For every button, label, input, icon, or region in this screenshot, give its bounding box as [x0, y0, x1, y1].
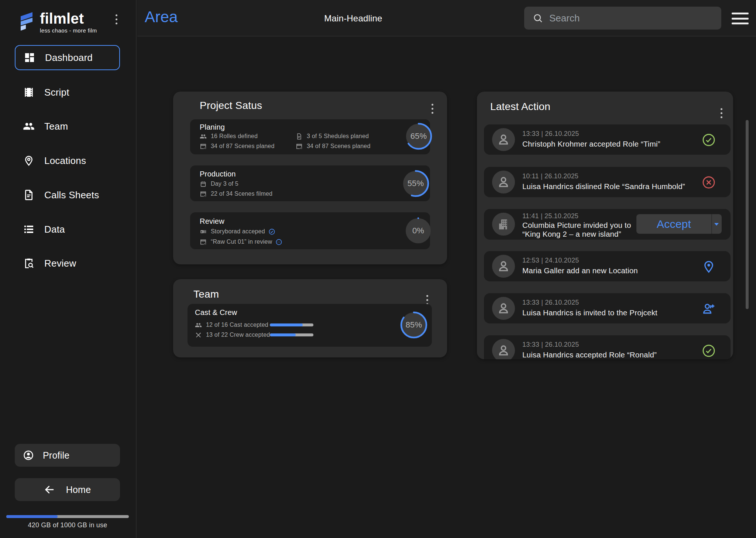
crew-stat: 13 of 22 Crew accepted	[195, 331, 270, 339]
action-text: Luisa Handrics dislined Role “Sandra Hum…	[522, 182, 685, 191]
sidebar-item-label: Calls Sheets	[44, 189, 99, 201]
profile-button[interactable]: Profile	[15, 444, 120, 467]
review-section: Review Storyborad acceped “Raw Cut 01” i…	[190, 212, 430, 249]
team-card: Team Cast & Crew 12 of 16 Cast accepted …	[173, 279, 447, 357]
sidebar-menu-kebab-icon[interactable]	[113, 12, 120, 27]
project-status-title: Project Satus	[200, 100, 262, 112]
stat-text: 22 of 34 Scenes filmed	[211, 191, 272, 197]
search-input[interactable]	[549, 13, 708, 24]
clapperboard-check-icon	[296, 143, 303, 150]
action-time: 13:33 | 26.10.2025	[522, 341, 579, 349]
hamburger-menu-icon[interactable]	[732, 13, 749, 24]
sidebar-item-script[interactable]: Script	[15, 80, 120, 105]
clapperboard-check-icon	[200, 191, 207, 198]
planing-stat: 3 of 5 Shedules planed	[296, 132, 369, 140]
logo: filmlet less chaos - more film	[18, 10, 97, 34]
production-section: Production Day 3 of 5 22 of 34 Scenes fi…	[190, 165, 430, 201]
action-item[interactable]: 10:11 | 26.10.2025 Luisa Handrics dislin…	[484, 167, 731, 197]
action-item[interactable]: 13:33 | 26.10.2025 Luisa Handrics accept…	[484, 335, 731, 359]
app-tagline: less chaos - more film	[40, 27, 97, 34]
latest-action-card: Latest Action 13:33 | 26.10.2025 Christo…	[477, 92, 733, 359]
search-icon	[532, 13, 543, 24]
storage-progress-fill	[6, 515, 58, 518]
dashboard-icon	[24, 52, 35, 64]
action-time: 13:33 | 26.10.2025	[522, 299, 579, 306]
home-label: Home	[66, 484, 91, 495]
data-list-icon	[23, 223, 35, 235]
arrow-left-icon	[44, 484, 55, 495]
planing-stat: 34 of 87 Scenes planed	[200, 142, 275, 150]
action-text-line2: “King Kong 2 – a new island”	[522, 230, 621, 239]
check-circle-icon	[702, 344, 716, 358]
person-avatar	[492, 255, 515, 278]
stat-text: 12 of 16 Cast accepted	[206, 322, 268, 328]
person-avatar	[492, 297, 515, 320]
cast-crew-progress-ring: 85%	[400, 311, 428, 339]
action-item-invite[interactable]: 11:41 | 25.10.2025 Columbia Picture invi…	[484, 209, 731, 240]
sidebar-item-data[interactable]: Data	[15, 217, 120, 242]
planing-stat: 34 of 87 Scenes planed	[296, 142, 371, 150]
project-status-kebab-icon[interactable]	[429, 101, 436, 116]
action-item[interactable]: 13:33 | 26.10.2025 Luisa Handrics is inv…	[484, 293, 731, 323]
planing-section: Planing 16 Rolles defined 3 of 5 Shedule…	[190, 119, 430, 154]
person-avatar	[492, 171, 515, 193]
pending-circle-icon	[275, 239, 282, 246]
action-time: 12:53 | 24.10.2025	[522, 257, 579, 264]
scrollbar-thumb[interactable]	[746, 120, 749, 309]
review-percent: 0%	[404, 217, 432, 245]
sidebar: filmlet less chaos - more film Dashboard…	[0, 0, 137, 538]
crew-progress-fill	[270, 333, 296, 336]
home-button[interactable]: Home	[15, 478, 120, 501]
team-title: Team	[193, 288, 219, 300]
accept-button[interactable]: Accept	[636, 214, 712, 234]
cast-progress-fill	[270, 323, 303, 326]
action-item[interactable]: 13:33 | 26.10.2025 Christoph Krohmer acc…	[484, 124, 731, 155]
tools-icon	[195, 332, 202, 339]
production-percent: 55%	[402, 169, 430, 198]
storage-label: 420 GB of 1000 GB in use	[0, 521, 135, 529]
person-avatar	[492, 128, 515, 151]
review-stat: Storyborad acceped	[200, 227, 275, 236]
check-circle-icon	[268, 228, 275, 235]
review-title: Review	[200, 217, 224, 226]
location-pin-icon	[702, 260, 716, 274]
clapperboard-check-icon	[200, 143, 207, 150]
latest-action-kebab-icon[interactable]	[718, 106, 725, 120]
planing-stat: 16 Rolles defined	[200, 132, 258, 140]
document-icon	[23, 189, 35, 201]
cast-stat: 12 of 16 Cast accepted	[195, 321, 268, 329]
app-window: filmlet less chaos - more film Dashboard…	[0, 0, 756, 538]
sidebar-item-dashboard[interactable]: Dashboard	[15, 45, 120, 70]
crew-progressbar	[270, 333, 313, 336]
action-text: Columbia Picture invided you to	[522, 221, 631, 230]
stat-text: Day 3 of 5	[211, 181, 238, 187]
main-headline: Main-Headline	[324, 13, 382, 24]
stat-text: 13 of 22 Crew accepted	[206, 332, 270, 338]
action-time: 11:41 | 25.10.2025	[522, 212, 578, 220]
people-icon	[200, 133, 207, 140]
search-box[interactable]	[524, 7, 721, 30]
action-time: 13:33 | 26.10.2025	[522, 130, 579, 138]
action-text: Maria Galler add an new Location	[522, 266, 638, 275]
project-status-card: Project Satus Planing 16 Rolles defined …	[173, 92, 447, 264]
building-avatar	[492, 213, 515, 236]
accept-split-button[interactable]: Accept	[636, 214, 722, 234]
sidebar-item-team[interactable]: Team	[15, 114, 120, 139]
production-stat: 22 of 34 Scenes filmed	[200, 190, 272, 198]
sidebar-item-locations[interactable]: Locations	[15, 148, 120, 173]
check-circle-icon	[702, 133, 716, 147]
review-progress-ring: 0%	[404, 217, 432, 245]
action-item[interactable]: 12:53 | 24.10.2025 Maria Galler add an n…	[484, 251, 731, 281]
review-stat: “Raw Cut 01” in review	[200, 238, 282, 246]
sidebar-item-label: Script	[44, 87, 69, 98]
chevron-down-icon[interactable]	[712, 214, 721, 234]
planing-percent: 65%	[405, 122, 433, 150]
production-title: Production	[200, 170, 236, 178]
action-time: 10:11 | 26.10.2025	[522, 172, 578, 180]
sidebar-item-label: Dashboard	[45, 52, 93, 64]
sidebar-item-calls-sheets[interactable]: Calls Sheets	[15, 182, 120, 208]
profile-icon	[23, 450, 34, 461]
stat-text: “Raw Cut 01” in review	[211, 239, 272, 245]
document-icon	[296, 133, 303, 140]
sidebar-item-review[interactable]: Review	[15, 251, 120, 276]
